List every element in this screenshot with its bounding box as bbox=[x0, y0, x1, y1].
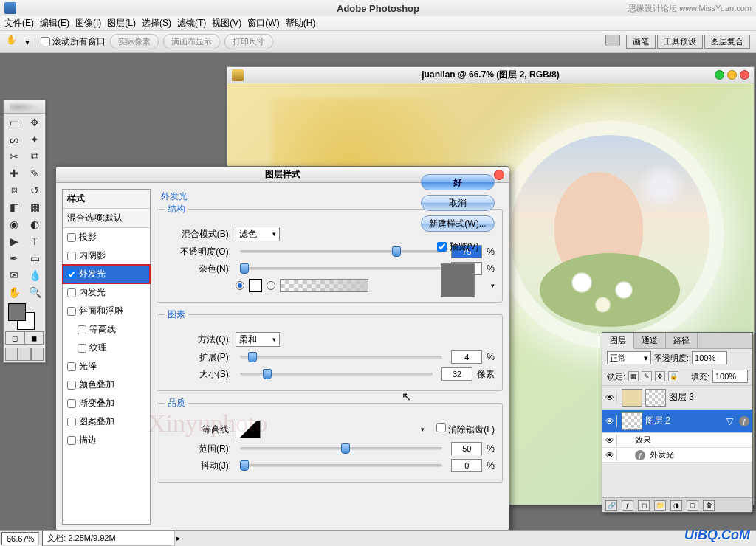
path-select-tool[interactable]: ▶ bbox=[4, 232, 24, 249]
close-button[interactable] bbox=[740, 70, 749, 80]
layer-thumb[interactable] bbox=[622, 412, 642, 430]
hand-tool[interactable]: ✋ bbox=[4, 283, 24, 300]
layer-name[interactable]: 图层 3 bbox=[669, 391, 694, 404]
style-item-3[interactable]: 内发光 bbox=[63, 283, 150, 302]
style-checkbox[interactable] bbox=[67, 288, 76, 297]
lasso-tool[interactable]: ᔕ bbox=[4, 131, 24, 148]
status-arrow-icon[interactable]: ▸ bbox=[176, 533, 181, 543]
pen-tool[interactable]: ✒ bbox=[4, 249, 24, 266]
style-checkbox[interactable] bbox=[78, 344, 86, 353]
slice-tool[interactable]: ⧉ bbox=[24, 148, 45, 165]
layer-mask-thumb[interactable] bbox=[645, 389, 666, 407]
visibility-icon[interactable]: 👁 bbox=[605, 415, 617, 427]
glow-gradient-well[interactable] bbox=[280, 279, 368, 292]
new-group-icon[interactable]: 📁 bbox=[654, 500, 666, 511]
notes-tool[interactable]: ✉ bbox=[4, 266, 24, 283]
tab-layer-comps[interactable]: 图层复合 bbox=[704, 35, 750, 49]
preview-checkbox[interactable]: 预览(V) bbox=[437, 241, 479, 253]
delete-layer-icon[interactable]: 🗑 bbox=[703, 500, 715, 511]
printer-icon[interactable] bbox=[605, 35, 620, 46]
size-value[interactable]: 32 bbox=[441, 367, 472, 381]
visibility-icon[interactable]: 👁 bbox=[605, 435, 617, 446]
zoom-field[interactable]: 66.67% bbox=[1, 532, 39, 545]
heal-tool[interactable]: ✚ bbox=[4, 165, 24, 182]
effects-collapse-icon[interactable]: ▽ bbox=[726, 416, 733, 426]
print-size-button[interactable]: 打印尺寸 bbox=[224, 34, 273, 49]
style-item-11[interactable]: 描边 bbox=[63, 431, 150, 449]
tab-layers[interactable]: 图层 bbox=[602, 333, 634, 349]
noise-slider[interactable] bbox=[240, 267, 442, 270]
move-tool[interactable]: ✥ bbox=[24, 114, 45, 131]
docsize-field[interactable]: 文档: 2.25M/9.92M bbox=[42, 531, 175, 546]
styles-header[interactable]: 样式 bbox=[63, 190, 150, 209]
style-item-10[interactable]: 图案叠加 bbox=[63, 412, 150, 431]
hand-tool-icon[interactable]: ✋ bbox=[6, 35, 21, 49]
adjustment-layer-icon[interactable]: ◑ bbox=[670, 500, 682, 511]
contour-dropdown-icon[interactable]: ▾ bbox=[421, 426, 425, 433]
menu-edit[interactable]: 编辑(E) bbox=[40, 17, 69, 30]
eyedropper-tool[interactable]: 💧 bbox=[24, 266, 45, 283]
style-checkbox[interactable] bbox=[67, 362, 76, 371]
layer-style-icon[interactable]: ƒ bbox=[622, 500, 633, 511]
layer-row-2[interactable]: 👁 图层 2 ▽ ƒ bbox=[602, 410, 752, 433]
blending-options[interactable]: 混合选项:默认 bbox=[63, 209, 150, 228]
toolbox-header[interactable] bbox=[4, 100, 45, 114]
menu-window[interactable]: 窗口(W) bbox=[247, 17, 279, 30]
spread-value[interactable]: 4 bbox=[451, 350, 482, 364]
type-tool[interactable]: T bbox=[24, 232, 45, 249]
style-item-9[interactable]: 渐变叠加 bbox=[63, 394, 150, 412]
menu-filter[interactable]: 滤镜(T) bbox=[177, 17, 206, 30]
stamp-tool[interactable]: ⧇ bbox=[4, 182, 24, 198]
screen-mode-1[interactable] bbox=[5, 348, 18, 361]
menu-select[interactable]: 选择(S) bbox=[142, 17, 171, 30]
layer-opacity-field[interactable]: 100% bbox=[692, 351, 727, 364]
glow-color-well[interactable] bbox=[249, 279, 262, 292]
effect-outer-glow-row[interactable]: 👁 ƒ 外发光 bbox=[602, 448, 752, 463]
wand-tool[interactable]: ✦ bbox=[24, 131, 45, 148]
zoom-tool[interactable]: 🔍 bbox=[24, 283, 45, 300]
foreground-color[interactable] bbox=[8, 303, 26, 321]
lock-position-icon[interactable]: ✥ bbox=[655, 371, 665, 381]
style-item-6[interactable]: 纹理 bbox=[63, 339, 150, 357]
jitter-slider[interactable] bbox=[240, 464, 442, 467]
size-slider[interactable] bbox=[240, 373, 433, 376]
visibility-icon[interactable]: 👁 bbox=[605, 449, 617, 461]
link-layers-icon[interactable]: 🔗 bbox=[605, 500, 617, 511]
quickmask-mode-icon[interactable]: ◼ bbox=[24, 331, 44, 345]
tab-tool-presets[interactable]: 工具预设 bbox=[657, 35, 703, 49]
menu-image[interactable]: 图像(I) bbox=[75, 17, 101, 30]
style-item-1[interactable]: 内阴影 bbox=[63, 246, 150, 265]
style-checkbox[interactable] bbox=[67, 252, 76, 260]
style-checkbox[interactable] bbox=[67, 381, 76, 390]
contour-well[interactable] bbox=[236, 421, 261, 438]
fx-icon[interactable]: ƒ bbox=[739, 416, 749, 426]
layer-name[interactable]: 图层 2 bbox=[645, 415, 670, 427]
spread-slider[interactable] bbox=[240, 356, 442, 359]
crop-tool[interactable]: ✂ bbox=[4, 148, 24, 165]
tab-brushes[interactable]: 画笔 bbox=[626, 35, 656, 49]
range-value[interactable]: 50 bbox=[451, 442, 482, 455]
menu-help[interactable]: 帮助(H) bbox=[286, 17, 316, 30]
tab-paths[interactable]: 路径 bbox=[666, 333, 698, 348]
dodge-tool[interactable]: ◐ bbox=[24, 215, 45, 232]
style-item-0[interactable]: 投影 bbox=[63, 228, 150, 246]
layer-row-3[interactable]: 👁 图层 3 bbox=[602, 386, 752, 410]
lock-all-icon[interactable]: 🔒 bbox=[668, 371, 678, 381]
cancel-button[interactable]: 取消 bbox=[421, 195, 495, 211]
style-checkbox[interactable] bbox=[67, 307, 76, 316]
blur-tool[interactable]: ◉ bbox=[4, 215, 24, 232]
actual-pixels-button[interactable]: 实际像素 bbox=[110, 34, 159, 49]
style-checkbox[interactable] bbox=[67, 418, 76, 426]
blend-mode-combo[interactable]: 滤色▾ bbox=[236, 227, 280, 241]
style-item-8[interactable]: 颜色叠加 bbox=[63, 376, 150, 394]
layer-thumb[interactable] bbox=[622, 389, 642, 407]
scroll-all-checkbox[interactable]: 滚动所有窗口 bbox=[41, 35, 106, 48]
layer-mask-icon[interactable]: ◻ bbox=[638, 500, 650, 511]
marquee-tool[interactable]: ▭ bbox=[4, 114, 24, 131]
history-brush-tool[interactable]: ↺ bbox=[24, 182, 45, 198]
zoom-button[interactable] bbox=[715, 70, 724, 80]
style-item-4[interactable]: 斜面和浮雕 bbox=[63, 302, 150, 320]
lock-transparency-icon[interactable]: ▦ bbox=[628, 371, 639, 381]
menu-file[interactable]: 文件(E) bbox=[4, 17, 34, 30]
screen-mode-2[interactable] bbox=[18, 348, 30, 361]
